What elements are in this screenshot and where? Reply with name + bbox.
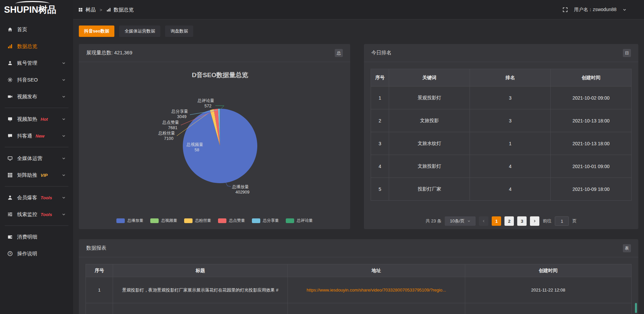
- menu-divider: [5, 108, 68, 108]
- column-header: 标题: [113, 264, 288, 277]
- sidebar-item-badge: VIP: [41, 173, 48, 178]
- username[interactable]: 用户名：zswodun88: [574, 7, 616, 13]
- goto-suffix: 页: [572, 218, 577, 224]
- tab-1[interactable]: 抖音seo数据: [79, 25, 114, 37]
- table-cell: 1: [470, 132, 551, 155]
- table-cell: 投影灯厂家: [389, 178, 470, 201]
- column-header: 序号: [86, 264, 113, 277]
- table-row: 2文旅投影32021-10-13 18:00: [371, 109, 632, 132]
- table-cell: 景观投影灯，夜游景观投影灯厂家展示展示落花灯在花园里的灯光投影应用效果 #: [113, 277, 288, 303]
- monitor-icon: [7, 156, 13, 161]
- sidebar-item-8[interactable]: 全媒体运营: [0, 150, 73, 167]
- sidebar-item-12[interactable]: 消费明细: [0, 228, 73, 245]
- table-cell: 3: [371, 132, 389, 155]
- table-cell: 2021-10-13 18:00: [551, 109, 632, 132]
- chevron-down-icon: [467, 219, 471, 223]
- wallet-icon: [7, 234, 13, 240]
- pie-label-value: 7681: [168, 125, 177, 130]
- legend-chip: [184, 218, 193, 223]
- table-cell: 2021-10-13 18:00: [551, 132, 632, 155]
- sidebar-item-badge: New: [36, 134, 45, 139]
- pie-label-name: 总视频量: [186, 142, 203, 147]
- sidebar: SHUPIN树品 首页数据总览账号管理抖音SEO视频发布视频加热Hot抖客通Ne…: [0, 0, 73, 314]
- sidebar-item-9[interactable]: 矩阵助推VIP: [0, 167, 73, 184]
- report-badge-button[interactable]: 表: [623, 244, 631, 252]
- sidebar-item-label: 抖客通: [17, 133, 32, 139]
- table-row: 5投影灯厂家42021-10-09 18:00: [371, 178, 632, 201]
- sidebar-item-2[interactable]: 数据总览: [0, 38, 73, 55]
- legend-item-总粉丝量[interactable]: 总粉丝量: [184, 218, 211, 223]
- sidebar-item-13[interactable]: ?操作说明: [0, 245, 73, 262]
- page-numbers: 123: [492, 216, 527, 226]
- page-button-2[interactable]: 2: [504, 216, 514, 226]
- sidebar-item-label: 矩阵助推: [17, 172, 37, 178]
- fullscreen-icon[interactable]: [562, 7, 568, 12]
- chat-icon: [7, 133, 13, 139]
- pie-label-name: 总粉丝量: [158, 131, 175, 136]
- sidebar-item-badge: Tools: [41, 212, 52, 217]
- sidebar-item-label: 账号管理: [17, 60, 37, 66]
- table-cell: 文旅投影: [389, 109, 470, 132]
- sidebar-item-label: 视频加热: [17, 116, 37, 122]
- overview-panel: 展现量总数: 421,369 总 D音SEO数据量总览总播放量402909总视频…: [79, 44, 350, 229]
- breadcrumb: 树品 > 数据总览: [78, 0, 134, 19]
- breadcrumb-item-home[interactable]: 树品: [86, 7, 96, 13]
- legend-chip: [150, 218, 159, 223]
- ranking-panel: 今日排名 日 序号关键词排名创建时间 1景观投影灯32021-10-02 09:…: [364, 44, 638, 229]
- chevron-right-icon: [533, 219, 536, 223]
- pagination: 共 23 条 10条/页 123 前往 页: [364, 216, 638, 226]
- sidebar-item-10[interactable]: 会员爆客Tools: [0, 189, 73, 206]
- url-cell: [287, 303, 465, 314]
- sidebar-item-4[interactable]: 抖音SEO: [0, 71, 73, 88]
- sidebar-item-1[interactable]: 首页: [0, 21, 73, 38]
- data-tabs: 抖音seo数据全媒体运营数据询盘数据: [73, 25, 193, 37]
- legend-chip: [218, 218, 226, 223]
- username-value: zswodun88: [593, 7, 616, 12]
- scrollbar-thumb[interactable]: [635, 303, 637, 313]
- table-cell: 3: [470, 109, 551, 132]
- prev-page-button[interactable]: [479, 216, 488, 226]
- sidebar-item-7[interactable]: 抖客通New: [0, 127, 73, 144]
- table-cell: 2021-10-01 09:00: [551, 155, 632, 178]
- logo[interactable]: SHUPIN树品: [0, 0, 73, 19]
- table-cell: 文旅投影灯: [389, 155, 470, 178]
- ranking-badge-button[interactable]: 日: [623, 49, 631, 57]
- tab-3[interactable]: 询盘数据: [165, 25, 193, 37]
- overview-badge-button[interactable]: 总: [335, 49, 343, 57]
- svg-text:?: ?: [9, 252, 11, 255]
- pie-label-value: 7100: [164, 136, 173, 141]
- chart-legend: 总播放量总视频量总粉丝量总点赞量总分享量总评论量: [79, 218, 350, 223]
- column-header: 排名: [470, 69, 551, 87]
- goto-page-input[interactable]: [555, 216, 569, 226]
- chevron-down-icon: [62, 78, 66, 82]
- sidebar-item-11[interactable]: 线索监控Tools: [0, 206, 73, 223]
- sidebar-item-label: 抖音SEO: [17, 77, 38, 83]
- next-page-button[interactable]: [530, 216, 539, 226]
- page-button-1[interactable]: 1: [492, 216, 501, 226]
- home-icon: [7, 27, 13, 32]
- legend-item-总视频量[interactable]: 总视频量: [150, 218, 177, 223]
- pie-label-name: 总分享量: [171, 109, 188, 114]
- table-cell: 2: [371, 109, 389, 132]
- legend-item-总评论量[interactable]: 总评论量: [286, 218, 313, 223]
- tab-2[interactable]: 全媒体运营数据: [119, 25, 160, 37]
- legend-item-总点赞量[interactable]: 总点赞量: [218, 218, 245, 223]
- sidebar-item-5[interactable]: 视频发布: [0, 88, 73, 105]
- grid-icon: [7, 172, 13, 178]
- screen-icon: [7, 116, 13, 122]
- legend-item-总播放量[interactable]: 总播放量: [116, 218, 144, 223]
- sidebar-item-6[interactable]: 视频加热Hot: [0, 111, 73, 127]
- video-link[interactable]: https://www.iesdouyin.com/share/video/70…: [307, 287, 446, 293]
- table-row: 4文旅投影灯42021-10-01 09:00: [371, 155, 632, 178]
- sidebar-item-3[interactable]: 账号管理: [0, 55, 73, 71]
- sidebar-item-label: 消费明细: [17, 234, 37, 240]
- page-button-3[interactable]: 3: [517, 216, 527, 226]
- page-size-select[interactable]: 10条/页: [445, 216, 476, 226]
- legend-item-总分享量[interactable]: 总分享量: [252, 218, 279, 223]
- chevron-left-icon: [482, 219, 485, 223]
- chart-title: D音SEO数据量总览: [192, 71, 248, 78]
- column-header: 创建时间: [465, 264, 631, 277]
- question-icon: ?: [7, 251, 13, 256]
- chevron-down-icon[interactable]: [623, 8, 627, 12]
- sidebar-item-label: 首页: [17, 27, 27, 33]
